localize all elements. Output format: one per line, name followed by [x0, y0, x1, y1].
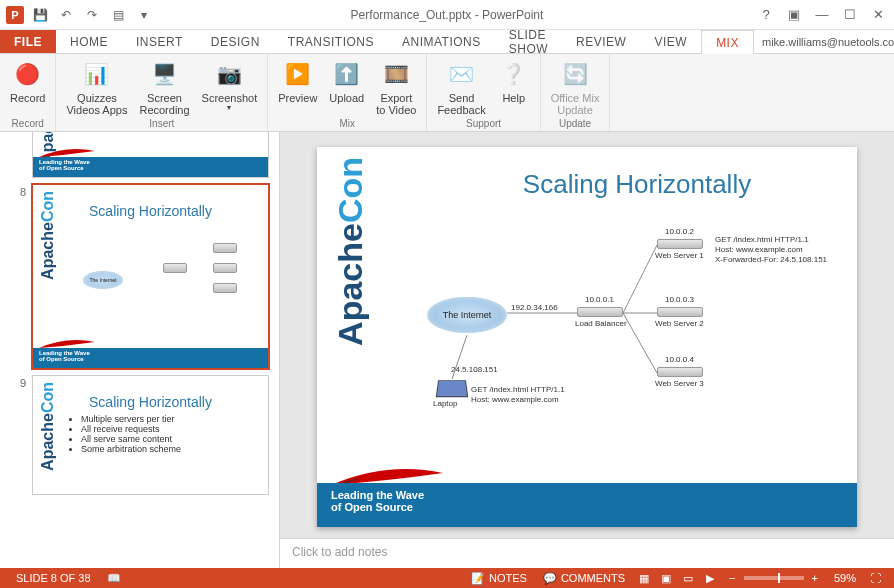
undo-icon[interactable]: ↶ — [56, 5, 76, 25]
thumb9-title: Scaling Horizontally — [33, 376, 268, 410]
thumbnail-7[interactable]: ApacheCon Specialized hardware Scale out… — [32, 132, 269, 178]
preview-icon: ▶️ — [282, 58, 314, 90]
feedback-button[interactable]: ✉️Send Feedback — [431, 56, 491, 118]
group-label-mix: Mix — [268, 118, 426, 131]
slide-canvas[interactable]: ApacheCon Scaling Horizontally The Inter… — [280, 132, 894, 538]
upload-label: Upload — [329, 92, 364, 104]
quick-access-toolbar: P 💾 ↶ ↷ ▤ ▾ — [0, 5, 154, 25]
help-label: Help — [502, 92, 525, 104]
update-icon: 🔄 — [559, 58, 591, 90]
apachecon-logo: ApacheCon — [331, 157, 370, 346]
zoom-in[interactable]: + — [804, 572, 826, 584]
screenrec-icon: 🖥️ — [149, 58, 181, 90]
slide-counter[interactable]: SLIDE 8 OF 38 — [8, 572, 99, 584]
status-bar: SLIDE 8 OF 38 📖 📝 NOTES 💬 COMMENTS ▦ ▣ ▭… — [0, 568, 894, 588]
thumb8-title: Scaling Horizontally — [33, 185, 268, 219]
screenshot-button[interactable]: 📷Screenshot▾ — [196, 56, 264, 115]
screenshot-icon: 📷 — [213, 58, 245, 90]
ribbon-options-icon[interactable]: ▣ — [784, 5, 804, 25]
ribbon-tabs: FILE HOME INSERT DESIGN TRANSITIONS ANIM… — [0, 30, 894, 54]
tab-home[interactable]: HOME — [56, 30, 122, 53]
quizzes-icon: 📊 — [81, 58, 113, 90]
zoom-slider[interactable] — [744, 576, 804, 580]
sorter-view-icon[interactable]: ▣ — [655, 570, 677, 586]
window-controls: ? ▣ — ☐ ✕ — [756, 5, 894, 25]
thumb9-line: Some arbitration scheme — [81, 444, 268, 454]
account-email: mike.williams@nuetools.co.uk — [762, 36, 894, 48]
help-icon[interactable]: ? — [756, 5, 776, 25]
qat-customize-icon[interactable]: ▾ — [134, 5, 154, 25]
tab-mix[interactable]: MIX — [701, 30, 754, 54]
notes-toggle[interactable]: 📝 NOTES — [463, 572, 535, 585]
maximize-icon[interactable]: ☐ — [840, 5, 860, 25]
notes-pane[interactable]: Click to add notes — [280, 538, 894, 568]
notes-placeholder: Click to add notes — [292, 545, 387, 559]
tab-slideshow[interactable]: SLIDE SHOW — [495, 30, 562, 53]
tab-design[interactable]: DESIGN — [197, 30, 274, 53]
thumb-number: 9 — [16, 375, 26, 495]
comments-toggle[interactable]: 💬 COMMENTS — [535, 572, 633, 585]
preview-label: Preview — [278, 92, 317, 104]
slide-title[interactable]: Scaling Horizontally — [437, 169, 837, 200]
window-title: Performance_Out.pptx - PowerPoint — [351, 8, 544, 22]
tab-transitions[interactable]: TRANSITIONS — [274, 30, 388, 53]
export-label: Export to Video — [376, 92, 416, 116]
current-slide[interactable]: ApacheCon Scaling Horizontally The Inter… — [317, 147, 857, 527]
svg-line-0 — [452, 335, 467, 379]
slideshow-view-icon[interactable]: ▶ — [699, 570, 721, 586]
tab-view[interactable]: VIEW — [640, 30, 701, 53]
upload-icon: ⬆️ — [331, 58, 363, 90]
normal-view-icon[interactable]: ▦ — [633, 570, 655, 586]
thumb9-line: Multiple servers per tier — [81, 414, 268, 424]
work-area: ApacheCon Specialized hardware Scale out… — [0, 132, 894, 568]
editor-pane: ApacheCon Scaling Horizontally The Inter… — [280, 132, 894, 568]
start-show-icon[interactable]: ▤ — [108, 5, 128, 25]
quizzes-button[interactable]: 📊Quizzes Videos Apps — [60, 56, 133, 118]
spellcheck-icon[interactable]: 📖 — [99, 572, 129, 585]
svg-line-2 — [623, 245, 657, 313]
record-button[interactable]: 🔴 Record — [4, 56, 51, 106]
preview-button[interactable]: ▶️Preview — [272, 56, 323, 106]
screen-recording-button[interactable]: 🖥️Screen Recording — [133, 56, 195, 118]
group-support: ✉️Send Feedback ❔Help Support — [427, 54, 540, 131]
help-ribbon-icon: ❔ — [498, 58, 530, 90]
thumbnail-8[interactable]: ApacheCon Scaling Horizontally The Inter… — [32, 184, 269, 369]
zoom-out[interactable]: − — [721, 572, 743, 584]
group-label-record: Record — [0, 118, 55, 131]
reading-view-icon[interactable]: ▭ — [677, 570, 699, 586]
slide-thumbnails[interactable]: ApacheCon Specialized hardware Scale out… — [0, 132, 280, 568]
help-button[interactable]: ❔Help — [492, 56, 536, 106]
zoom-level[interactable]: 59% — [826, 572, 864, 584]
export-button[interactable]: 🎞️Export to Video — [370, 56, 422, 118]
group-label-insert: Insert — [56, 118, 267, 131]
quizzes-label: Quizzes Videos Apps — [66, 92, 127, 116]
slide-footer: Leading the Wave of Open Source — [317, 483, 857, 527]
diagram-lines — [407, 217, 837, 457]
group-label-support: Support — [427, 118, 539, 131]
thumbnail-9[interactable]: ApacheCon Scaling Horizontally Multiple … — [32, 375, 269, 495]
minimize-icon[interactable]: — — [812, 5, 832, 25]
redo-icon[interactable]: ↷ — [82, 5, 102, 25]
close-icon[interactable]: ✕ — [868, 5, 888, 25]
screenrec-label: Screen Recording — [139, 92, 189, 116]
update-button: 🔄Office Mix Update — [545, 56, 606, 118]
update-label: Office Mix Update — [551, 92, 600, 116]
group-insert: 📊Quizzes Videos Apps 🖥️Screen Recording … — [56, 54, 268, 131]
thumb-number: 8 — [16, 184, 26, 369]
tab-review[interactable]: REVIEW — [562, 30, 640, 53]
tab-animations[interactable]: ANIMATIONS — [388, 30, 495, 53]
tab-file[interactable]: FILE — [0, 30, 56, 53]
group-record: 🔴 Record Record — [0, 54, 56, 131]
tab-insert[interactable]: INSERT — [122, 30, 197, 53]
feedback-label: Send Feedback — [437, 92, 485, 116]
account-area[interactable]: mike.williams@nuetools.co.uk ▾ SCAN — [754, 30, 894, 53]
powerpoint-icon: P — [6, 6, 24, 24]
thumb-number — [16, 138, 26, 178]
group-update: 🔄Office Mix Update Update — [541, 54, 611, 131]
save-icon[interactable]: 💾 — [30, 5, 50, 25]
ribbon: 🔴 Record Record 📊Quizzes Videos Apps 🖥️S… — [0, 54, 894, 132]
network-diagram: The Internet 192.0.34.166 Laptop 24.5.10… — [407, 217, 837, 457]
thumb9-line: All serve same content — [81, 434, 268, 444]
upload-button[interactable]: ⬆️Upload — [323, 56, 370, 106]
fit-to-window-icon[interactable]: ⛶ — [864, 570, 886, 586]
